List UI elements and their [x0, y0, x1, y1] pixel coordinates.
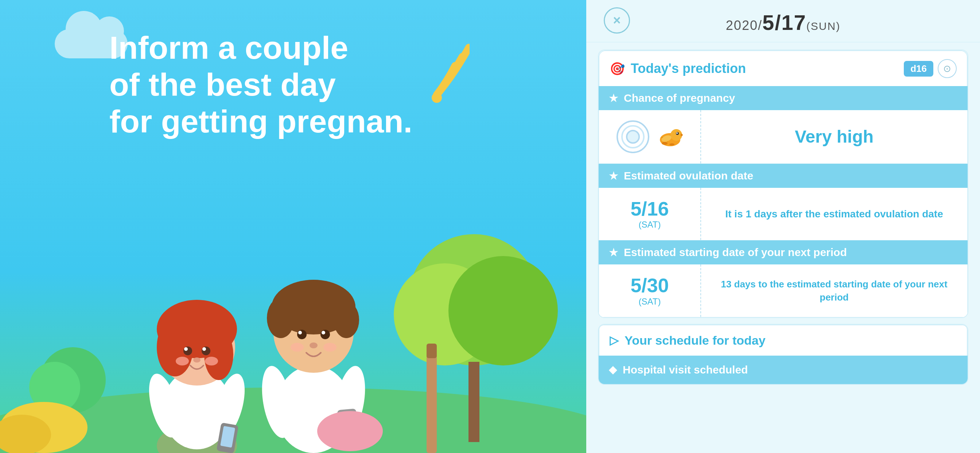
svg-point-16	[204, 329, 233, 380]
svg-point-54	[670, 144, 675, 145]
target-icon: 🎯	[609, 61, 625, 76]
diamond-icon: ◆	[609, 364, 617, 376]
svg-point-46	[317, 411, 383, 451]
bullseye-icon	[617, 120, 649, 153]
panel-content: 🎯 Today's prediction d16 ⊙ ★ Chance of p…	[586, 42, 980, 453]
svg-rect-9	[426, 351, 437, 453]
settings-button[interactable]: ⊙	[938, 59, 957, 78]
bird-icon	[654, 123, 683, 150]
svg-point-21	[193, 357, 200, 362]
pregnancy-value: Very high	[701, 116, 967, 158]
svg-point-31	[267, 298, 294, 338]
pregnancy-icon-area	[599, 110, 701, 163]
flag-icon: ▷	[609, 333, 619, 347]
close-button[interactable]: ×	[604, 7, 630, 33]
svg-point-39	[323, 343, 337, 352]
pregnancy-content-row: Very high	[599, 110, 967, 164]
svg-point-23	[205, 357, 218, 365]
next-period-content-row: 5/30 (SAT) 13 days to the estimated star…	[599, 265, 967, 317]
panel-header: × 2020/5/17(SUN)	[586, 0, 980, 42]
svg-point-0	[432, 93, 442, 103]
svg-point-5	[449, 256, 558, 365]
star-icon-2: ★	[609, 170, 618, 182]
svg-point-35	[320, 330, 330, 339]
svg-point-20	[202, 347, 206, 351]
svg-point-38	[291, 343, 304, 352]
svg-point-33	[297, 330, 307, 339]
ovulation-date-cell: 5/16 (SAT)	[599, 188, 701, 240]
svg-point-53	[662, 142, 668, 145]
scene-illustration	[0, 125, 586, 453]
right-panel: × 2020/5/17(SUN) 🎯 Today's prediction d1…	[586, 0, 980, 453]
date-day: (SUN)	[807, 20, 840, 32]
ovulation-content-row: 5/16 (SAT) It is 1 days after the estima…	[599, 188, 967, 240]
star-icon: ★	[609, 92, 618, 104]
svg-rect-6	[468, 362, 479, 442]
date-year: 2020/	[726, 18, 762, 33]
next-period-date-cell: 5/30 (SAT)	[599, 265, 701, 317]
ovulation-description: It is 1 days after the estimated ovulati…	[701, 198, 967, 230]
signal-icon	[404, 37, 469, 109]
svg-point-34	[298, 331, 302, 335]
svg-point-37	[310, 343, 318, 348]
svg-point-36	[321, 331, 325, 335]
schedule-card: ▷ Your schedule for today ◆ Hospital vis…	[598, 324, 968, 385]
prediction-card: 🎯 Today's prediction d16 ⊙ ★ Chance of p…	[598, 49, 968, 318]
date-display: 2020/5/17(SUN)	[726, 10, 840, 35]
prediction-header: 🎯 Today's prediction d16 ⊙	[599, 50, 967, 86]
next-period-description: 13 days to the estimated starting date o…	[701, 269, 967, 313]
hospital-row: ◆ Hospital visit scheduled	[599, 356, 967, 384]
svg-point-51	[676, 132, 678, 134]
date-main: 5/17	[762, 11, 807, 34]
svg-point-48	[670, 129, 682, 141]
svg-point-22	[176, 357, 189, 365]
prediction-title: 🎯 Today's prediction	[609, 61, 746, 76]
prediction-badge: d16	[904, 61, 933, 77]
svg-point-32	[334, 301, 359, 338]
left-panel: Inform a couple of the best day for gett…	[0, 0, 586, 453]
ovulation-section-header: ★ Estimated ovulation date	[599, 164, 967, 188]
next-period-section-header: ★ Estimated starting date of your next p…	[599, 240, 967, 265]
pregnancy-section-header: ★ Chance of pregnancy	[599, 86, 967, 110]
svg-point-18	[184, 347, 188, 351]
hero-text: Inform a couple of the best day for gett…	[110, 29, 412, 140]
svg-rect-10	[426, 344, 437, 358]
star-icon-3: ★	[609, 247, 618, 258]
schedule-header: ▷ Your schedule for today	[599, 325, 967, 356]
